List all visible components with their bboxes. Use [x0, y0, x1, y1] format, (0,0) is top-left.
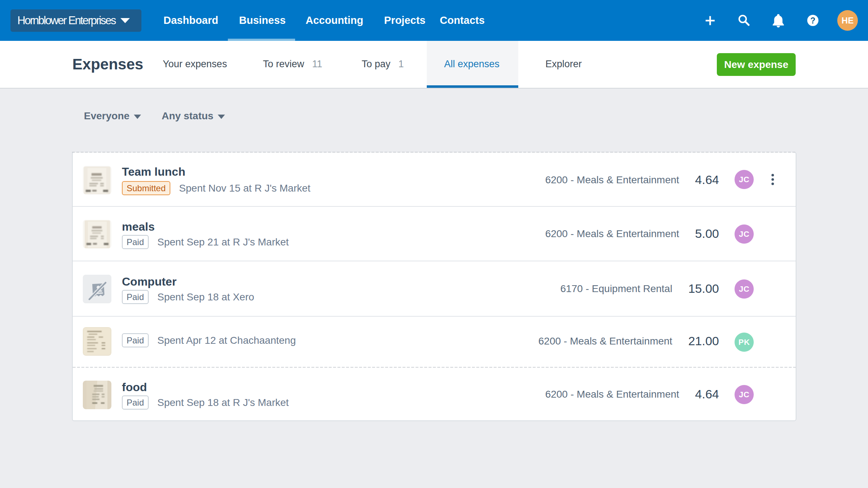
svg-text:?: ? — [810, 16, 815, 25]
